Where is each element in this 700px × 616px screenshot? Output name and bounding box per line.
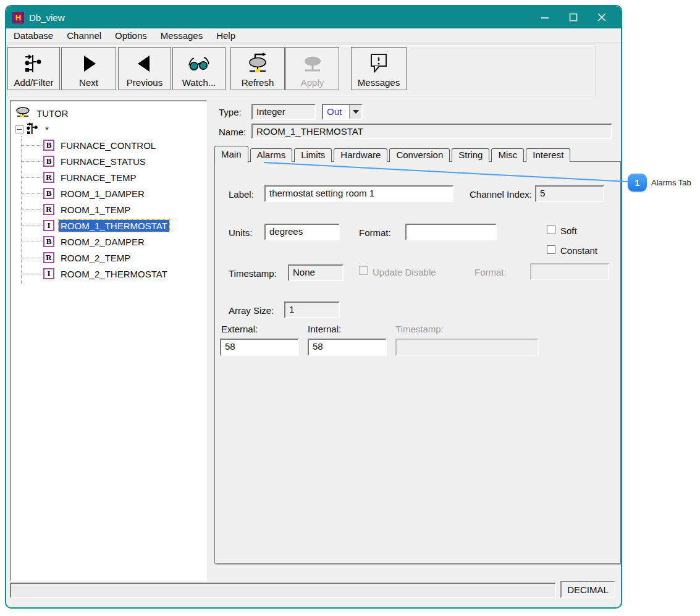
toolbar-button-label: Refresh: [242, 77, 274, 88]
callout-badge: 1: [628, 174, 647, 192]
timestamp-format-field: [530, 263, 609, 280]
menu-options[interactable]: Options: [109, 29, 153, 42]
integer-type-icon: I: [43, 268, 54, 279]
timestamp-mode-field: None: [288, 264, 344, 281]
callout-label: Alarms Tab: [651, 178, 691, 187]
name-label: Name:: [219, 127, 246, 137]
real-type-icon: R: [43, 172, 54, 183]
constant-checkbox[interactable]: [547, 245, 555, 254]
previous-button[interactable]: Previous: [118, 47, 171, 90]
watch-button[interactable]: Watch...: [172, 47, 226, 90]
menu-bar: Database Channel Options Messages Help: [6, 28, 621, 43]
next-arrow-icon: [80, 49, 98, 77]
tab-alarms[interactable]: Alarms: [250, 148, 293, 162]
tab-main[interactable]: Main: [214, 146, 248, 163]
timestamp-format-label: Format:: [474, 267, 507, 277]
binary-type-icon: B: [43, 188, 54, 199]
real-type-icon: R: [43, 252, 54, 263]
internal-value-input[interactable]: 58: [308, 339, 387, 356]
external-value-input[interactable]: 58: [220, 339, 299, 356]
detail-tabs: Main Alarms Limits Hardware Conversion S…: [214, 145, 572, 162]
array-size-label: Array Size:: [229, 305, 274, 316]
database-node-icon: [15, 106, 31, 121]
title-bar: H Db_view: [6, 6, 621, 28]
close-icon[interactable]: [588, 6, 616, 28]
next-button[interactable]: Next: [61, 47, 116, 90]
messages-button[interactable]: Messages: [351, 47, 407, 90]
collapse-expander-icon[interactable]: [15, 125, 23, 133]
minimize-icon[interactable]: [531, 6, 559, 28]
units-label: Units:: [229, 227, 252, 238]
tree-root-label: TUTOR: [35, 108, 70, 119]
tree-item-furnace-temp[interactable]: R FURNACE_TEMP: [14, 169, 203, 185]
external-label: External:: [221, 324, 258, 334]
tree-item-room-1-damper[interactable]: B ROOM_1_DAMPER: [14, 185, 203, 201]
update-disable-label: Update Disable: [373, 267, 436, 277]
menu-help[interactable]: Help: [210, 29, 242, 42]
internal-label: Internal:: [308, 324, 341, 334]
tree-branch[interactable]: *: [14, 121, 203, 137]
value-timestamp-label: Timestamp:: [395, 324, 444, 334]
update-disable-checkbox: [359, 266, 368, 275]
tab-hardware[interactable]: Hardware: [334, 148, 387, 162]
label-input[interactable]: thermostat setting room 1: [264, 185, 453, 202]
binary-type-icon: B: [43, 140, 54, 151]
refresh-button[interactable]: Refresh: [230, 47, 285, 90]
add-filter-icon: [23, 49, 44, 77]
menu-channel[interactable]: Channel: [61, 29, 108, 42]
type-value-field: Integer: [251, 104, 316, 120]
previous-arrow-icon: [135, 49, 154, 77]
toolbar-button-label: Next: [79, 77, 98, 88]
toolbar-button-label: Previous: [127, 77, 162, 88]
filter-node-icon: [26, 122, 40, 137]
timestamp-mode-label: Timestamp:: [229, 268, 277, 279]
tab-limits[interactable]: Limits: [294, 148, 332, 162]
apply-button: Apply: [285, 47, 339, 90]
soft-label: Soft: [560, 226, 577, 236]
tab-conversion[interactable]: Conversion: [389, 148, 450, 162]
page: H Db_view Database Channel Options Messa…: [0, 0, 700, 616]
binary-type-icon: B: [43, 156, 54, 167]
channel-index-label: Channel Index:: [470, 189, 532, 200]
app-icon: H: [12, 12, 24, 23]
toolbar-button-label: Add/Filter: [14, 77, 53, 88]
value-timestamp-field: [395, 339, 539, 356]
tree-root-tutor[interactable]: TUTOR: [14, 105, 203, 121]
main-tab-panel: Label: thermostat setting room 1 Channel…: [214, 161, 621, 563]
tree-item-furnace-control[interactable]: B FURNACE_CONTROL: [14, 137, 203, 153]
menu-database[interactable]: Database: [7, 29, 59, 42]
tree-item-room-1-thermostat[interactable]: I ROOM_1_THERMOSTAT: [14, 217, 203, 234]
tab-misc[interactable]: Misc: [491, 148, 524, 162]
messages-bubble-icon: [367, 49, 390, 77]
real-type-icon: R: [43, 204, 54, 215]
add-filter-button[interactable]: Add/Filter: [7, 47, 60, 90]
direction-dropdown[interactable]: Out: [322, 104, 363, 120]
tab-string[interactable]: String: [452, 148, 489, 162]
toolbar-button-label: Watch...: [182, 77, 216, 88]
format-input[interactable]: [405, 224, 497, 240]
type-label: Type:: [219, 107, 242, 117]
channel-tree: TUTOR *: [10, 100, 207, 581]
maximize-icon[interactable]: [559, 6, 588, 28]
watch-glasses-icon: [187, 49, 211, 77]
chevron-down-icon[interactable]: [349, 105, 361, 119]
binary-type-icon: B: [43, 236, 54, 247]
direction-value: Out: [323, 105, 349, 119]
apply-node-icon: [299, 49, 326, 77]
soft-checkbox[interactable]: [547, 226, 555, 234]
tree-branch-label: *: [43, 124, 51, 135]
menu-messages[interactable]: Messages: [154, 29, 209, 42]
array-size-field: 1: [284, 302, 340, 318]
radix-mode-indicator: DECIMAL: [560, 581, 615, 598]
tab-interest[interactable]: Interest: [526, 148, 570, 162]
tree-item-room-1-temp[interactable]: R ROOM_1_TEMP: [14, 201, 203, 217]
tree-item-room-2-damper[interactable]: B ROOM_2_DAMPER: [14, 234, 203, 250]
db-view-window: H Db_view Database Channel Options Messa…: [5, 5, 622, 609]
name-value-field: ROOM_1_THERMOSTAT: [251, 124, 612, 139]
tree-item-room-2-temp[interactable]: R ROOM_2_TEMP: [14, 250, 203, 266]
constant-label: Constant: [560, 245, 597, 256]
tree-item-room-2-thermostat[interactable]: I ROOM_2_THERMOSTAT: [14, 266, 203, 282]
integer-type-icon: I: [43, 220, 54, 231]
tree-item-furnace-status[interactable]: B FURNACE_STATUS: [14, 153, 203, 169]
units-input[interactable]: degrees: [264, 224, 340, 240]
